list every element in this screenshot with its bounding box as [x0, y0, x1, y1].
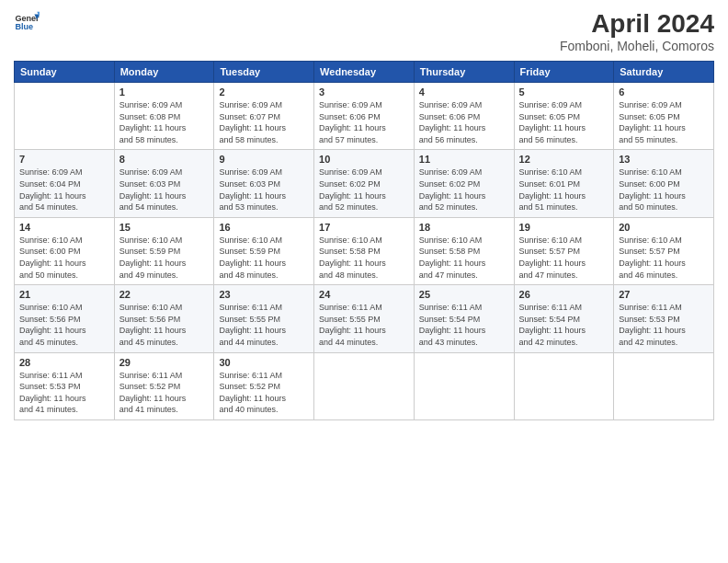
day-info: Sunrise: 6:09 AM Sunset: 6:02 PM Dayligh…	[319, 167, 409, 213]
weekday-header-sunday: Sunday	[15, 62, 115, 83]
day-number: 25	[419, 289, 509, 300]
day-info: Sunrise: 6:09 AM Sunset: 6:05 PM Dayligh…	[619, 99, 709, 145]
day-number: 5	[519, 86, 609, 98]
day-number: 7	[19, 154, 109, 165]
day-number: 20	[619, 222, 709, 233]
weekday-header-row: SundayMondayTuesdayWednesdayThursdayFrid…	[15, 62, 714, 83]
weekday-header-friday: Friday	[514, 62, 614, 83]
day-info: Sunrise: 6:09 AM Sunset: 6:03 PM Dayligh…	[119, 167, 210, 213]
calendar-row-0: 1Sunrise: 6:09 AM Sunset: 6:08 PM Daylig…	[15, 83, 714, 150]
day-info: Sunrise: 6:11 AM Sunset: 5:53 PM Dayligh…	[619, 302, 709, 348]
day-number: 9	[219, 154, 309, 165]
day-info: Sunrise: 6:09 AM Sunset: 6:06 PM Dayligh…	[319, 99, 409, 145]
calendar-cell: 28Sunrise: 6:11 AM Sunset: 5:53 PM Dayli…	[15, 352, 115, 419]
calendar-cell: 17Sunrise: 6:10 AM Sunset: 5:58 PM Dayli…	[314, 217, 415, 284]
day-number: 1	[119, 86, 210, 98]
day-info: Sunrise: 6:10 AM Sunset: 6:01 PM Dayligh…	[519, 167, 609, 213]
day-number: 4	[419, 86, 509, 98]
day-info: Sunrise: 6:10 AM Sunset: 5:58 PM Dayligh…	[419, 235, 509, 281]
day-info: Sunrise: 6:11 AM Sunset: 5:52 PM Dayligh…	[219, 370, 309, 416]
calendar-cell	[314, 352, 415, 419]
day-number: 21	[19, 289, 109, 300]
calendar-cell: 8Sunrise: 6:09 AM Sunset: 6:03 PM Daylig…	[114, 150, 214, 217]
day-info: Sunrise: 6:09 AM Sunset: 6:04 PM Dayligh…	[19, 167, 109, 213]
day-number: 17	[319, 222, 409, 233]
calendar-cell: 20Sunrise: 6:10 AM Sunset: 5:57 PM Dayli…	[614, 217, 714, 284]
day-number: 29	[119, 357, 210, 368]
day-number: 14	[19, 222, 109, 233]
day-number: 8	[119, 154, 210, 165]
day-info: Sunrise: 6:09 AM Sunset: 6:08 PM Dayligh…	[119, 99, 210, 145]
day-number: 6	[619, 86, 709, 98]
calendar-cell: 13Sunrise: 6:10 AM Sunset: 6:00 PM Dayli…	[614, 150, 714, 217]
day-number: 16	[219, 222, 309, 233]
weekday-header-tuesday: Tuesday	[214, 62, 314, 83]
calendar-cell: 2Sunrise: 6:09 AM Sunset: 6:07 PM Daylig…	[214, 83, 314, 150]
main-title: April 2024	[560, 9, 714, 39]
day-info: Sunrise: 6:11 AM Sunset: 5:55 PM Dayligh…	[319, 302, 409, 348]
calendar-cell: 15Sunrise: 6:10 AM Sunset: 5:59 PM Dayli…	[114, 217, 214, 284]
calendar-row-2: 14Sunrise: 6:10 AM Sunset: 6:00 PM Dayli…	[15, 217, 714, 284]
calendar-cell: 3Sunrise: 6:09 AM Sunset: 6:06 PM Daylig…	[314, 83, 415, 150]
calendar-cell: 21Sunrise: 6:10 AM Sunset: 5:56 PM Dayli…	[15, 285, 115, 352]
day-info: Sunrise: 6:10 AM Sunset: 5:59 PM Dayligh…	[219, 235, 309, 281]
day-number: 26	[519, 289, 609, 300]
day-info: Sunrise: 6:10 AM Sunset: 5:57 PM Dayligh…	[619, 235, 709, 281]
page: General Blue April 2024 Fomboni, Moheli,…	[0, 0, 728, 563]
day-number: 3	[319, 86, 409, 98]
calendar-cell: 24Sunrise: 6:11 AM Sunset: 5:55 PM Dayli…	[314, 285, 415, 352]
calendar-cell: 5Sunrise: 6:09 AM Sunset: 6:05 PM Daylig…	[514, 83, 614, 150]
calendar-cell: 26Sunrise: 6:11 AM Sunset: 5:54 PM Dayli…	[514, 285, 614, 352]
header: General Blue April 2024 Fomboni, Moheli,…	[14, 9, 714, 53]
calendar-cell: 19Sunrise: 6:10 AM Sunset: 5:57 PM Dayli…	[514, 217, 614, 284]
calendar-cell: 16Sunrise: 6:10 AM Sunset: 5:59 PM Dayli…	[214, 217, 314, 284]
calendar-table: SundayMondayTuesdayWednesdayThursdayFrid…	[14, 61, 714, 420]
svg-text:Blue: Blue	[15, 22, 33, 31]
subtitle: Fomboni, Moheli, Comoros	[560, 39, 714, 53]
calendar-cell: 4Sunrise: 6:09 AM Sunset: 6:06 PM Daylig…	[414, 83, 514, 150]
weekday-header-thursday: Thursday	[414, 62, 514, 83]
day-info: Sunrise: 6:09 AM Sunset: 6:07 PM Dayligh…	[219, 99, 309, 145]
day-info: Sunrise: 6:11 AM Sunset: 5:54 PM Dayligh…	[519, 302, 609, 348]
day-number: 22	[119, 289, 210, 300]
calendar-cell: 11Sunrise: 6:09 AM Sunset: 6:02 PM Dayli…	[414, 150, 514, 217]
day-info: Sunrise: 6:09 AM Sunset: 6:03 PM Dayligh…	[219, 167, 309, 213]
logo-icon: General Blue	[14, 9, 40, 35]
day-number: 28	[19, 357, 109, 368]
day-info: Sunrise: 6:10 AM Sunset: 6:00 PM Dayligh…	[619, 167, 709, 213]
calendar-cell: 23Sunrise: 6:11 AM Sunset: 5:55 PM Dayli…	[214, 285, 314, 352]
day-info: Sunrise: 6:10 AM Sunset: 5:59 PM Dayligh…	[119, 235, 210, 281]
day-number: 10	[319, 154, 409, 165]
day-info: Sunrise: 6:11 AM Sunset: 5:54 PM Dayligh…	[419, 302, 509, 348]
logo: General Blue	[14, 9, 40, 35]
day-info: Sunrise: 6:11 AM Sunset: 5:53 PM Dayligh…	[19, 370, 109, 416]
day-number: 13	[619, 154, 709, 165]
calendar-cell: 18Sunrise: 6:10 AM Sunset: 5:58 PM Dayli…	[414, 217, 514, 284]
day-number: 24	[319, 289, 409, 300]
day-number: 11	[419, 154, 509, 165]
weekday-header-wednesday: Wednesday	[314, 62, 415, 83]
weekday-header-saturday: Saturday	[614, 62, 714, 83]
day-info: Sunrise: 6:10 AM Sunset: 5:57 PM Dayligh…	[519, 235, 609, 281]
calendar-row-1: 7Sunrise: 6:09 AM Sunset: 6:04 PM Daylig…	[15, 150, 714, 217]
day-info: Sunrise: 6:11 AM Sunset: 5:52 PM Dayligh…	[119, 370, 210, 416]
day-info: Sunrise: 6:09 AM Sunset: 6:06 PM Dayligh…	[419, 99, 509, 145]
day-info: Sunrise: 6:09 AM Sunset: 6:05 PM Dayligh…	[519, 99, 609, 145]
calendar-cell: 1Sunrise: 6:09 AM Sunset: 6:08 PM Daylig…	[114, 83, 214, 150]
calendar-row-4: 28Sunrise: 6:11 AM Sunset: 5:53 PM Dayli…	[15, 352, 714, 419]
calendar-cell: 7Sunrise: 6:09 AM Sunset: 6:04 PM Daylig…	[15, 150, 115, 217]
calendar-cell: 29Sunrise: 6:11 AM Sunset: 5:52 PM Dayli…	[114, 352, 214, 419]
day-number: 23	[219, 289, 309, 300]
day-number: 2	[219, 86, 309, 98]
day-number: 30	[219, 357, 309, 368]
day-info: Sunrise: 6:11 AM Sunset: 5:55 PM Dayligh…	[219, 302, 309, 348]
calendar-cell: 6Sunrise: 6:09 AM Sunset: 6:05 PM Daylig…	[614, 83, 714, 150]
calendar-cell	[614, 352, 714, 419]
calendar-cell: 9Sunrise: 6:09 AM Sunset: 6:03 PM Daylig…	[214, 150, 314, 217]
day-info: Sunrise: 6:09 AM Sunset: 6:02 PM Dayligh…	[419, 167, 509, 213]
calendar-cell: 25Sunrise: 6:11 AM Sunset: 5:54 PM Dayli…	[414, 285, 514, 352]
day-info: Sunrise: 6:10 AM Sunset: 5:56 PM Dayligh…	[119, 302, 210, 348]
day-number: 19	[519, 222, 609, 233]
title-block: April 2024 Fomboni, Moheli, Comoros	[560, 9, 714, 53]
day-info: Sunrise: 6:10 AM Sunset: 6:00 PM Dayligh…	[19, 235, 109, 281]
